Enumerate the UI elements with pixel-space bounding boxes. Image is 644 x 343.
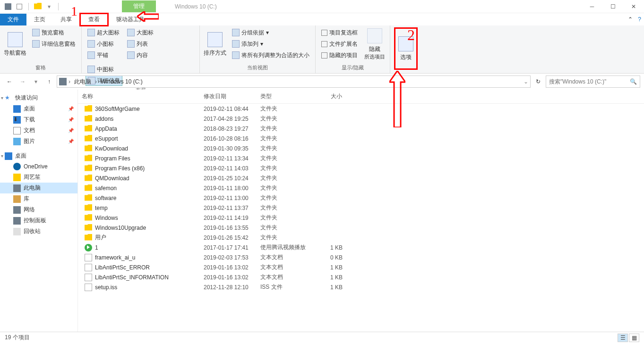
properties-icon[interactable] xyxy=(15,2,24,11)
chevron-right-icon[interactable]: › xyxy=(69,78,70,85)
sidebar-item-recycle[interactable]: 回收站 xyxy=(0,226,77,237)
details-pane-button[interactable]: 详细信息窗格 xyxy=(30,39,77,49)
navigation-pane[interactable]: ▾★快速访问 桌面📌 ⬇下载📌 文档📌 图片📌 ▾桌面 OneDrive 周艺笙… xyxy=(0,90,78,332)
table-row[interactable]: 360SoftMgrGame2019-02-11 08:44文件夹 xyxy=(78,104,644,114)
tab-share[interactable]: 共享 xyxy=(53,14,79,25)
file-type: 文件夹 xyxy=(257,204,313,212)
file-size xyxy=(313,144,346,152)
tab-drive-tools[interactable]: 驱动器工具 xyxy=(109,14,152,25)
collapse-ribbon-icon[interactable]: ⌃ xyxy=(628,16,633,23)
group-by-button[interactable]: 分组依据 ▾ xyxy=(230,27,311,38)
sidebar-item-user[interactable]: 周艺笙 xyxy=(0,172,77,183)
file-date: 2019-02-11 13:00 xyxy=(200,194,257,202)
table-row[interactable]: Windows2019-02-11 14:19文件夹 xyxy=(78,213,644,223)
help-icon[interactable]: ? xyxy=(638,16,641,23)
table-row[interactable]: addons2017-04-28 19:25文件夹 xyxy=(78,114,644,124)
pc-icon xyxy=(59,78,67,85)
file-ext-toggle[interactable]: 文件扩展名 xyxy=(319,39,360,49)
crumb-drive[interactable]: Windows 10 (C:) xyxy=(99,78,145,85)
tab-view[interactable]: 查看 xyxy=(79,13,109,26)
view-large-icons-icon[interactable]: ▦ xyxy=(629,334,639,342)
address-dropdown-icon[interactable]: ⌄ xyxy=(524,78,528,85)
table-row[interactable]: eSupport2016-10-28 08:16文件夹 xyxy=(78,134,644,143)
tab-file[interactable]: 文件 xyxy=(0,14,26,25)
table-row[interactable]: software2019-02-11 13:00文件夹 xyxy=(78,193,644,203)
nav-pane-button[interactable]: 导航窗格 xyxy=(4,27,26,61)
column-size[interactable]: 大小 xyxy=(313,90,346,103)
file-size xyxy=(313,184,346,192)
file-date: 2019-01-30 09:35 xyxy=(200,144,257,152)
back-button[interactable]: ← xyxy=(4,76,15,87)
sidebar-item-desktop2[interactable]: ▾桌面 xyxy=(0,151,77,161)
up-button[interactable]: ↑ xyxy=(43,76,55,87)
item-checkboxes-toggle[interactable]: 项目复选框 xyxy=(319,27,360,38)
manage-context-tab[interactable]: 管理 xyxy=(122,0,156,12)
sidebar-item-quick-access[interactable]: ▾★快速访问 xyxy=(0,92,77,103)
size-all-columns-button[interactable]: 将所有列调整为合适的大小 xyxy=(230,50,311,60)
table-row[interactable]: 12017-01-17 17:41使用腾讯视频播放1 KB xyxy=(78,243,644,252)
sidebar-item-libraries[interactable]: 库 xyxy=(0,193,77,204)
layout-tiles[interactable]: 平铺 xyxy=(86,50,121,60)
file-type: 文本文档 xyxy=(257,273,313,281)
view-details-icon[interactable]: ☰ xyxy=(618,334,628,342)
search-icon[interactable]: 🔍 xyxy=(630,78,637,85)
table-row[interactable]: LibAntiPrtSc_ERROR2019-01-16 13:02文本文档1 … xyxy=(78,262,644,272)
ribbon-group-panes: 导航窗格 预览窗格 详细信息窗格 窗格 xyxy=(0,25,82,73)
table-row[interactable]: AppData2018-08-23 19:27文件夹 xyxy=(78,124,644,134)
table-row[interactable]: temp2019-02-11 13:37文件夹 xyxy=(78,203,644,213)
chevron-right-icon[interactable]: › xyxy=(95,78,97,85)
table-row[interactable]: setup.iss2012-11-28 12:10ISS 文件1 KB xyxy=(78,282,644,292)
sort-by-button[interactable]: 排序方式 xyxy=(204,27,226,61)
file-size xyxy=(313,125,346,133)
preview-pane-button[interactable]: 预览窗格 xyxy=(30,27,77,38)
table-row[interactable]: LibAntiPrtSc_INFORMATION2019-01-16 13:02… xyxy=(78,272,644,282)
file-size: 1 KB xyxy=(313,243,346,251)
column-date[interactable]: 修改日期 xyxy=(200,90,257,103)
layout-medium[interactable]: 中图标 xyxy=(86,64,122,75)
layout-small[interactable]: 小图标 xyxy=(86,39,121,49)
crumb-this-pc[interactable]: 此电脑 xyxy=(72,78,93,86)
table-row[interactable]: Program Files2019-02-11 13:34文件夹 xyxy=(78,153,644,163)
table-row[interactable]: Program Files (x86)2019-02-11 14:03文件夹 xyxy=(78,163,644,173)
table-row[interactable]: QMDownload2019-01-25 10:24文件夹 xyxy=(78,173,644,183)
table-row[interactable]: KwDownload2019-01-30 09:35文件夹 xyxy=(78,143,644,153)
recent-locations-button[interactable]: ▾ xyxy=(30,76,42,87)
sidebar-item-pictures[interactable]: 图片📌 xyxy=(0,136,77,147)
sidebar-item-control-panel[interactable]: 控制面板 xyxy=(0,215,77,226)
table-row[interactable]: framework_ai_u2019-02-03 17:53文本文档0 KB xyxy=(78,252,644,262)
table-row[interactable]: safemon2019-01-11 18:00文件夹 xyxy=(78,183,644,193)
close-button[interactable]: ✕ xyxy=(623,0,644,13)
search-box[interactable]: 🔍 xyxy=(546,75,640,88)
qat-dropdown-icon[interactable]: ▾ xyxy=(45,2,53,11)
sidebar-item-network[interactable]: 网络 xyxy=(0,204,77,215)
maximize-button[interactable]: ☐ xyxy=(602,0,623,13)
file-name: Windows10Upgrade xyxy=(95,225,146,231)
column-name[interactable]: 名称 xyxy=(78,90,200,103)
table-row[interactable]: 用户2019-01-26 15:42文件夹 xyxy=(78,233,644,243)
forward-button[interactable]: → xyxy=(17,76,28,87)
options-button[interactable]: 选项 xyxy=(396,30,415,67)
column-type[interactable]: 类型 xyxy=(257,90,313,103)
breadcrumb[interactable]: › 此电脑 › Windows 10 (C:) ⌄ xyxy=(57,75,531,88)
sidebar-item-documents[interactable]: 文档📌 xyxy=(0,125,77,136)
hidden-items-toggle[interactable]: 隐藏的项目 xyxy=(319,50,360,60)
minimize-button[interactable]: ─ xyxy=(582,0,602,13)
file-type: 文件夹 xyxy=(257,214,313,222)
sidebar-item-downloads[interactable]: ⬇下载📌 xyxy=(0,114,77,125)
hide-selected-button[interactable]: 隐藏 所选项目 xyxy=(363,27,386,61)
layout-content[interactable]: 内容 xyxy=(125,50,155,60)
sidebar-item-onedrive[interactable]: OneDrive xyxy=(0,161,77,172)
search-input[interactable] xyxy=(549,78,630,85)
layout-list[interactable]: 列表 xyxy=(125,39,155,49)
file-list[interactable]: 名称 修改日期 类型 大小 360SoftMgrGame2019-02-11 0… xyxy=(78,90,644,332)
tab-home[interactable]: 主页 xyxy=(26,14,53,25)
layout-extra-large[interactable]: 超大图标 xyxy=(86,27,121,38)
ribbon-group-current-view: 排序方式 分组依据 ▾ 添加列 ▾ 将所有列调整为合适的大小 当前视图 xyxy=(200,25,316,73)
sidebar-item-this-pc[interactable]: 此电脑 xyxy=(0,183,77,193)
table-row[interactable]: Windows10Upgrade2019-01-16 13:55文件夹 xyxy=(78,223,644,233)
layout-large[interactable]: 大图标 xyxy=(125,27,155,38)
sidebar-item-desktop[interactable]: 桌面📌 xyxy=(0,103,77,114)
refresh-button[interactable]: ↻ xyxy=(532,76,544,87)
file-name: eSupport xyxy=(95,135,118,142)
add-columns-button[interactable]: 添加列 ▾ xyxy=(230,39,311,49)
